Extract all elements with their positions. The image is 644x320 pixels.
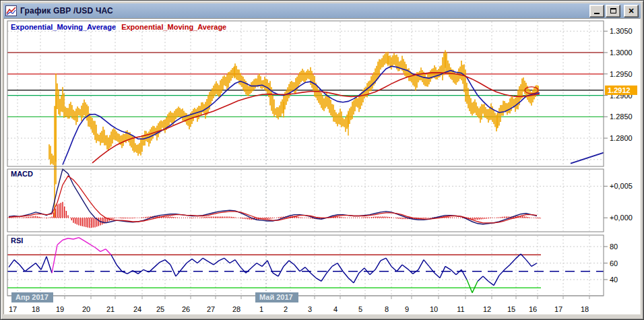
ema-slow-legend-label: Exponential_Moving_Average	[121, 23, 226, 31]
svg-text:21: 21	[106, 305, 115, 313]
svg-text:11: 11	[457, 305, 464, 313]
svg-text:+0,000: +0,000	[610, 214, 633, 222]
svg-text:18: 18	[32, 305, 40, 313]
price-chart-canvas[interactable]: 1.30501.30001.29501.29001.28501.28001.29…	[1, 1, 644, 320]
svg-text:1.3000: 1.3000	[610, 49, 633, 57]
svg-text:5: 5	[358, 305, 362, 313]
svg-text:Апр 2017: Апр 2017	[15, 293, 49, 301]
svg-text:+0,005: +0,005	[610, 182, 633, 190]
svg-text:24: 24	[133, 305, 141, 313]
svg-text:1.3050: 1.3050	[610, 27, 633, 35]
svg-text:27: 27	[207, 305, 215, 313]
svg-text:17: 17	[9, 305, 17, 313]
svg-text:40: 40	[610, 276, 618, 284]
rsi-panel-label: RSI	[11, 236, 23, 245]
svg-text:8: 8	[385, 305, 389, 313]
macd-panel-label: MACD	[11, 170, 33, 178]
svg-text:15: 15	[507, 305, 515, 313]
svg-text:1.2800: 1.2800	[610, 134, 633, 142]
svg-text:17: 17	[554, 305, 562, 313]
svg-text:10: 10	[430, 305, 438, 313]
svg-text:28: 28	[232, 305, 240, 313]
svg-text:9: 9	[405, 305, 409, 313]
svg-text:80: 80	[610, 243, 618, 251]
indicator-legend: Exponential_Moving_Average Exponential_M…	[11, 23, 226, 31]
svg-text:1.2850: 1.2850	[610, 113, 633, 121]
svg-text:60: 60	[610, 259, 618, 267]
svg-text:16: 16	[529, 305, 537, 313]
svg-text:2: 2	[284, 305, 288, 313]
svg-text:18: 18	[581, 305, 589, 313]
svg-text:1.2912: 1.2912	[608, 86, 631, 94]
ema-fast-legend-label: Exponential_Moving_Average	[11, 23, 116, 31]
chart-window: График GBP /USD ЧАС ✕ 1.30501.30001.2950…	[0, 0, 644, 320]
svg-text:25: 25	[156, 305, 164, 313]
svg-text:19: 19	[56, 305, 64, 313]
svg-text:12: 12	[483, 305, 491, 313]
svg-text:3: 3	[308, 305, 312, 313]
svg-text:Май 2017: Май 2017	[259, 293, 293, 301]
svg-text:20: 20	[82, 305, 90, 313]
svg-text:26: 26	[182, 305, 190, 313]
svg-text:1.2950: 1.2950	[610, 70, 633, 78]
svg-text:4: 4	[333, 305, 337, 313]
svg-text:1: 1	[259, 305, 263, 313]
